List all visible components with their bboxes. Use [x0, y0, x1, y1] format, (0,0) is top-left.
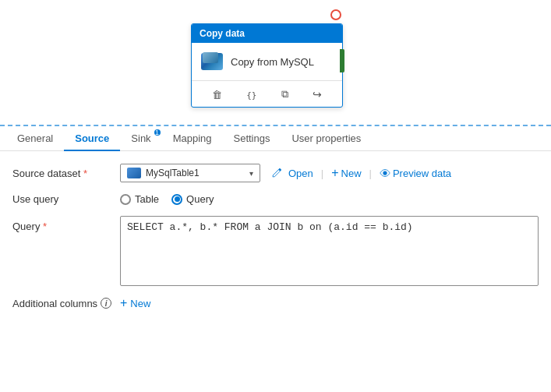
- dropdown-arrow-icon: ▾: [249, 169, 253, 178]
- query-label: Query *: [12, 216, 114, 232]
- query-textarea[interactable]: SELECT a.*, b.* FROM a JOIN b on (a.id =…: [120, 216, 539, 286]
- edit-icon: [271, 168, 282, 178]
- query-radio-option[interactable]: Query: [171, 193, 214, 205]
- table-radio-outer[interactable]: [120, 194, 131, 205]
- table-radio-option[interactable]: Table: [120, 193, 159, 205]
- tab-user-properties[interactable]: User properties: [281, 126, 372, 150]
- tab-general[interactable]: General: [6, 126, 64, 150]
- separator1: |: [321, 168, 323, 179]
- tab-settings[interactable]: Settings: [223, 126, 281, 150]
- tab-sink[interactable]: Sink 1: [120, 126, 161, 150]
- source-dataset-row: Source dataset * MySqlTable1 ▾ Open | + …: [12, 164, 539, 182]
- table-radio-label: Table: [135, 193, 159, 205]
- tab-source[interactable]: Source: [64, 126, 120, 150]
- card-title: Copy data: [192, 24, 342, 43]
- code-button[interactable]: [243, 87, 260, 102]
- query-type-radio-group: Table Query: [120, 193, 214, 205]
- card-body: Copy from MySQL: [192, 43, 342, 80]
- use-query-controls: Table Query: [120, 193, 539, 205]
- properties-panel: Source dataset * MySqlTable1 ▾ Open | + …: [0, 151, 551, 316]
- open-link[interactable]: Open: [288, 168, 313, 179]
- copy-button[interactable]: [278, 86, 291, 102]
- separator2: |: [369, 168, 372, 179]
- plus-icon: +: [331, 167, 338, 179]
- query-row: Query * SELECT a.*, b.* FROM a JOIN b on…: [12, 216, 539, 286]
- use-query-label: Use query: [12, 193, 114, 205]
- svg-point-0: [383, 171, 387, 175]
- copy-data-card[interactable]: Copy data Copy from MySQL: [191, 23, 343, 108]
- additional-new-button[interactable]: + New: [120, 297, 150, 309]
- pipeline-canvas: Copy data Copy from MySQL: [0, 0, 551, 125]
- info-icon[interactable]: i: [101, 298, 111, 309]
- connection-point[interactable]: [330, 9, 341, 20]
- tab-bar: General Source Sink 1 Mapping Settings U…: [0, 126, 551, 151]
- dataset-icon: [127, 168, 141, 178]
- dataset-value: MySqlTable1: [146, 168, 245, 178]
- preview-data-link[interactable]: Preview data: [380, 168, 451, 179]
- card-footer: [192, 80, 342, 107]
- card-label: Copy from MySQL: [231, 56, 314, 68]
- query-required: *: [43, 221, 47, 232]
- delete-button[interactable]: [209, 87, 225, 102]
- status-bar: [340, 49, 344, 72]
- use-query-row: Use query Table Query: [12, 193, 539, 205]
- required-indicator: *: [83, 168, 87, 179]
- additional-columns-row: Additional columns i + New: [12, 297, 539, 309]
- dataset-dropdown[interactable]: MySqlTable1 ▾: [120, 164, 260, 182]
- mysql-icon: [200, 49, 224, 74]
- sink-badge: 1: [154, 129, 161, 136]
- query-radio-outer[interactable]: [171, 194, 182, 205]
- source-dataset-label: Source dataset *: [12, 168, 114, 179]
- navigate-button[interactable]: [309, 87, 325, 102]
- new-link[interactable]: + New: [331, 167, 361, 179]
- tab-mapping[interactable]: Mapping: [162, 126, 223, 150]
- additional-columns-label: Additional columns i: [12, 298, 114, 309]
- query-radio-inner: [175, 196, 180, 202]
- source-dataset-controls: MySqlTable1 ▾ Open | + New | Preview dat…: [120, 164, 539, 182]
- additional-plus-icon: +: [120, 297, 127, 309]
- query-radio-label: Query: [186, 193, 214, 205]
